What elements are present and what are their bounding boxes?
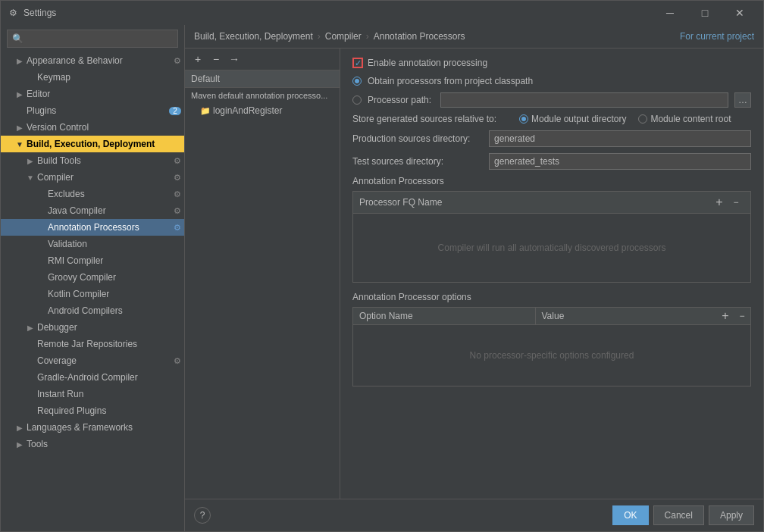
production-sources-row: Production sources directory: [352, 130, 751, 147]
sidebar-item-gradle-android-compiler[interactable]: Gradle-Android Compiler [1, 369, 184, 386]
sidebar-item-remote-jar-repositories[interactable]: Remote Jar Repositories [1, 336, 184, 352]
obtain-processors-row: Obtain processors from project classpath [352, 76, 751, 86]
enable-annotation-processing-checkbox[interactable]: Enable annotation processing [352, 58, 487, 68]
navigate-button[interactable]: → [226, 52, 243, 67]
sidebar-item-languages-frameworks[interactable]: ▶ Languages & Frameworks [1, 419, 184, 436]
maven-processor-item[interactable]: Maven default annotation processo... [185, 88, 340, 103]
production-sources-input[interactable] [489, 130, 751, 147]
window-title: Settings [23, 8, 653, 18]
sidebar-item-groovy-compiler[interactable]: Groovy Compiler [1, 269, 184, 286]
sidebar-item-label: Build Tools [37, 155, 174, 166]
add-option-button[interactable]: + [717, 308, 734, 324]
minimize-button[interactable]: ─ [653, 2, 687, 23]
checkbox-checked-indicator [352, 58, 363, 68]
module-content-option[interactable]: Module content root [638, 114, 731, 124]
window-controls: ─ □ ✕ [653, 2, 757, 23]
title-bar: ⚙ Settings ─ □ ✕ [1, 1, 763, 25]
expand-icon: ▼ [14, 140, 25, 149]
module-output-radio[interactable] [519, 114, 528, 124]
module-output-option[interactable]: Module output directory [519, 114, 626, 124]
main-content: ▶ Appearance & Behavior ⚙ Keymap ▶ Edito… [1, 25, 763, 531]
sidebar-item-label: Compiler [37, 172, 174, 183]
sidebar-item-appearance-behavior[interactable]: ▶ Appearance & Behavior ⚙ [1, 52, 184, 69]
module-content-radio[interactable] [638, 114, 647, 124]
sidebar-item-label: Validation [48, 239, 181, 249]
sidebar-item-label: Tools [27, 439, 181, 449]
sidebar-item-java-compiler[interactable]: Java Compiler ⚙ [1, 202, 184, 219]
bottom-bar: ? OK Cancel Apply [185, 499, 763, 531]
sidebar-item-kotlin-compiler[interactable]: Kotlin Compiler [1, 286, 184, 302]
sidebar: ▶ Appearance & Behavior ⚙ Keymap ▶ Edito… [1, 25, 185, 531]
expand-icon: ▶ [25, 324, 36, 332]
remove-profile-button[interactable]: − [208, 52, 224, 67]
sidebar-item-instant-run[interactable]: Instant Run [1, 386, 184, 402]
sidebar-item-version-control[interactable]: ▶ Version Control [1, 119, 184, 136]
cancel-button[interactable]: Cancel [653, 505, 704, 525]
options-table-body: No processor-specific options configured [353, 325, 750, 386]
remove-processor-button[interactable]: − [728, 195, 744, 210]
sidebar-item-label: Groovy Compiler [48, 272, 181, 283]
processors-empty-message: Compiler will run all automatically disc… [438, 243, 666, 253]
remove-option-button[interactable]: − [734, 308, 750, 324]
folder-icon: 📁 [200, 106, 211, 116]
annotation-processors-table: Processor FQ Name + − Compiler will run … [352, 191, 751, 283]
sidebar-item-excludes[interactable]: Excludes ⚙ [1, 186, 184, 202]
sidebar-item-annotation-processors[interactable]: Annotation Processors ⚙ [1, 219, 184, 236]
sidebar-item-validation[interactable]: Validation [1, 236, 184, 252]
gear-icon: ⚙ [174, 206, 181, 216]
sidebar-item-debugger[interactable]: ▶ Debugger [1, 319, 184, 336]
processor-path-browse-button[interactable]: … [734, 92, 751, 108]
test-sources-label: Test sources directory: [352, 156, 489, 167]
search-input[interactable] [7, 30, 178, 48]
add-profile-button[interactable]: + [189, 52, 206, 67]
store-generated-label: Store generated sources relative to: [352, 114, 519, 124]
test-sources-input[interactable] [489, 153, 751, 170]
sidebar-item-tools[interactable]: ▶ Tools [1, 436, 184, 452]
sidebar-item-coverage[interactable]: Coverage ⚙ [1, 352, 184, 369]
apply-button[interactable]: Apply [709, 505, 754, 525]
expand-icon: ▶ [25, 157, 36, 165]
help-button[interactable]: ? [194, 507, 211, 524]
gear-icon: ⚙ [174, 223, 181, 233]
sidebar-item-label: Annotation Processors [48, 222, 174, 233]
ok-button[interactable]: OK [612, 505, 648, 525]
maximize-button[interactable]: □ [687, 2, 722, 23]
obtain-processors-radio[interactable] [352, 77, 362, 86]
sidebar-item-label: Editor [27, 89, 181, 99]
current-project-link[interactable]: For current project [680, 31, 754, 42]
module-content-label: Module content root [650, 114, 731, 124]
login-and-register-item[interactable]: 📁 loginAndRegister [185, 103, 340, 118]
sidebar-item-plugins[interactable]: Plugins 2 [1, 102, 184, 119]
sidebar-item-compiler[interactable]: ▼ Compiler ⚙ [1, 169, 184, 186]
sidebar-item-build-execution-deployment[interactable]: ▼ Build, Execution, Deployment [1, 136, 184, 152]
search-box [1, 25, 184, 52]
sidebar-item-label: Java Compiler [48, 205, 174, 216]
sidebar-item-label: RMI Compiler [48, 255, 181, 266]
test-sources-row: Test sources directory: [352, 153, 751, 170]
sidebar-item-label: Appearance & Behavior [27, 55, 174, 66]
close-button[interactable]: ✕ [722, 2, 757, 23]
obtain-processors-label: Obtain processors from project classpath [368, 76, 533, 86]
sidebar-item-label: Languages & Frameworks [27, 422, 181, 433]
sidebar-item-android-compilers[interactable]: Android Compilers [1, 302, 184, 319]
sidebar-item-rmi-compiler[interactable]: RMI Compiler [1, 252, 184, 269]
options-table-header: Option Name Value + − [353, 308, 750, 325]
detail-panel: Enable annotation processing Obtain proc… [340, 49, 763, 499]
processor-path-radio[interactable] [352, 95, 362, 105]
processor-fq-name-col: Processor FQ Name [359, 197, 711, 208]
gear-icon: ⚙ [174, 56, 181, 66]
annotation-processors-section-header: Annotation Processors [352, 176, 751, 186]
enable-annotation-label: Enable annotation processing [368, 58, 487, 68]
sidebar-item-label: Remote Jar Repositories [37, 339, 181, 349]
sidebar-item-keymap[interactable]: Keymap [1, 69, 184, 86]
sidebar-item-label: Coverage [37, 355, 174, 366]
sidebar-item-label: Gradle-Android Compiler [37, 372, 181, 383]
sidebar-item-build-tools[interactable]: ▶ Build Tools ⚙ [1, 152, 184, 169]
sidebar-item-required-plugins[interactable]: Required Plugins [1, 402, 184, 419]
gear-icon: ⚙ [174, 356, 181, 366]
login-register-label: loginAndRegister [213, 105, 282, 116]
add-processor-button[interactable]: + [711, 195, 728, 210]
sidebar-item-editor[interactable]: ▶ Editor [1, 86, 184, 102]
annotation-processor-options-table: Option Name Value + − No processor-speci… [352, 307, 751, 386]
breadcrumb-part-1: Build, Execution, Deployment [194, 31, 313, 42]
